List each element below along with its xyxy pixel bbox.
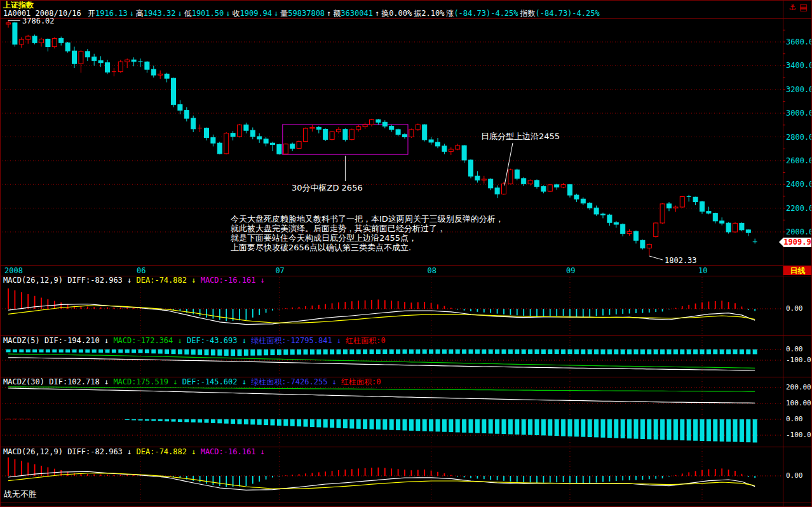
- indicator-axis-label: -100.0: [786, 431, 811, 439]
- main-gridlines: [3, 30, 785, 243]
- x-axis-label: 09: [566, 266, 575, 275]
- indicator-axis-label: 0.00: [786, 304, 803, 313]
- y-axis-label: 3400.0: [786, 61, 812, 70]
- y-axis-label: 2600.0: [786, 156, 812, 165]
- quote-field: 59837808: [288, 9, 325, 18]
- indicator-header[interactable]: MACDZ(5) DIF:-194.210 ↓ MACD:-172.364 ↓ …: [3, 337, 386, 345]
- high-price-annotation: 3786.02: [22, 17, 55, 26]
- indicator-line-DEA: [8, 473, 755, 489]
- indicator-axis-label: 0.00: [786, 345, 803, 353]
- divider: [1, 503, 812, 503]
- indicator-header-segment: DEF:-145.602 ↓: [182, 377, 251, 386]
- watermark: 战无不胜: [4, 489, 37, 499]
- y-axis-label: 2400.0: [786, 180, 812, 189]
- anchor-icon[interactable]: ⚓: [788, 2, 797, 12]
- trading-terminal-window: 上证指数 ⚓▤ 1A0001 2008/10/16 开1916.13↓高1943…: [0, 0, 812, 507]
- quote-field: ↓: [274, 9, 278, 18]
- indicator-header-segment: MACD(26,12,9) DIFF:-82.963 ↓: [3, 447, 137, 456]
- axis-divider: [783, 1, 783, 507]
- indicator-axis-label: 0.00: [786, 415, 803, 423]
- quote-field: 量: [280, 9, 288, 18]
- y-axis-label: 3600.0: [786, 37, 812, 46]
- quote-field: 收: [232, 9, 240, 18]
- y-axis-label: 2000.0: [786, 227, 812, 236]
- period-label: 日线: [783, 266, 812, 275]
- indicator-header-segment: MACDZ(5) DIF:-194.210 ↓: [3, 336, 113, 345]
- quote-field: 1901.50: [192, 9, 224, 18]
- quote-info-bar: 1A0001 2008/10/16 开1916.13↓高1943.32↓低190…: [3, 9, 602, 18]
- indicator-header-segment: DEA:-74.882 ↓: [137, 447, 201, 456]
- pivot-annotation: 30分中枢ZD 2656: [292, 183, 363, 193]
- quote-field: 涨: [446, 9, 454, 18]
- quote-field: (-84.73)-4.25%: [454, 9, 518, 18]
- quote-field: ↓: [177, 9, 182, 18]
- comment-line: 上面要尽快攻破2656点以确认第三类卖点不成立.: [231, 243, 504, 252]
- x-axis-label: 07: [275, 266, 284, 275]
- quote-field: ↓: [226, 9, 230, 18]
- indicator-histogram: [8, 288, 755, 321]
- comment-line: 今天大盘死皮赖脸地又教科书了一把，本ID这两周关于三级别反弹的分析，: [231, 214, 504, 224]
- x-axis-label: 10: [698, 266, 707, 275]
- x-axis-label: 2008: [4, 266, 23, 275]
- current-price-tag: 1909.9: [783, 238, 811, 247]
- indicator-header-segment: 绿柱面积:-12795.841 ↓: [251, 336, 346, 345]
- chart-canvas[interactable]: [1, 1, 812, 507]
- indicator-header-segment: DEA:-74.882 ↓: [137, 276, 201, 285]
- indicator-line-DIFF: [8, 471, 755, 490]
- indicator-histogram: [8, 457, 755, 487]
- indicator-axis-label: -100.0: [786, 356, 811, 364]
- quote-field: ↑: [327, 9, 331, 18]
- fractal-annotation: 日底分型上边沿2455: [481, 132, 560, 141]
- indicator-line-DEA: [8, 306, 755, 323]
- indicator-header-segment: DEF:-43.693 ↓: [187, 336, 251, 345]
- quote-field: 指数: [520, 9, 536, 18]
- comment-line: 就是下面要站住今天构成日底分型上边沿2455点，: [231, 233, 504, 243]
- indicator-line-DIFF: [8, 304, 755, 325]
- index-title: 上证指数: [3, 1, 34, 10]
- indicator-header[interactable]: MACDZ(30) DIF:102.718 ↓ MACD:175.519 ↓ D…: [3, 378, 381, 386]
- indicator-header[interactable]: MACD(26,12,9) DIFF:-82.963 ↓ DEA:-74.882…: [3, 448, 265, 456]
- indicator-line-MACD: [8, 387, 755, 391]
- y-axis-label: 3200.0: [786, 85, 812, 94]
- indicator-histogram: [6, 349, 757, 356]
- quote-field: ↑: [375, 9, 379, 18]
- indicator-histogram: [6, 419, 757, 443]
- quote-field: (-84.73)-4.25%: [536, 9, 600, 18]
- comment-line: 就此被大盘完美演绎。后面走势，其实前面已经分析过了，: [231, 224, 504, 233]
- low-price-annotation: 1802.33: [665, 256, 697, 266]
- indicator-header-segment: 红柱面积:0: [346, 336, 385, 345]
- quote-field: 1943.32: [144, 9, 176, 18]
- indicator-header-segment: MACD:175.519 ↓: [113, 377, 182, 386]
- indicator-axis-label: 100.00: [786, 399, 811, 407]
- quote-field: 1916.13: [95, 9, 128, 18]
- x-axis-label: 06: [137, 266, 145, 275]
- pivot-zone-box: [283, 125, 408, 154]
- indicator-header-segment: 绿柱面积:-7426.255 ↓: [251, 377, 341, 386]
- indicator-header-segment: MACD(26,12,9) DIFF:-82.963 ↓: [3, 276, 137, 285]
- indicator-line-DIF: [8, 358, 755, 370]
- quote-field: 开: [88, 9, 95, 18]
- quote-field: 额: [333, 9, 341, 18]
- quote-field: ↓: [130, 9, 134, 18]
- quote-field: 3630041: [341, 9, 373, 18]
- analysis-comment: 今天大盘死皮赖脸地又教科书了一把，本ID这两周关于三级别反弹的分析， 就此被大盘…: [231, 214, 504, 252]
- x-axis-label: 08: [428, 266, 436, 275]
- quote-field: 换0.00%: [381, 9, 412, 18]
- indicator-header-segment: MACD:-16.161 ↓: [201, 447, 265, 456]
- indicator-axis-label: 0.00: [786, 471, 803, 480]
- quote-field: 低: [184, 9, 192, 18]
- indicator-header-segment: MACDZ(30) DIF:102.718 ↓: [3, 377, 113, 386]
- indicator-line-MACD: [8, 354, 755, 368]
- layout-icon[interactable]: ▤: [799, 2, 808, 12]
- indicator-header-segment: 红柱面积:0: [341, 377, 381, 386]
- quote-field: 振2.10%: [414, 9, 444, 18]
- indicator-header-segment: MACD:-16.161 ↓: [201, 276, 265, 285]
- indicator-header[interactable]: MACD(26,12,9) DIFF:-82.963 ↓ DEA:-74.882…: [3, 276, 265, 285]
- indicator-header-segment: MACD:-172.364 ↓: [113, 336, 187, 345]
- divider: [1, 18, 812, 19]
- quote-field: 1909.94: [240, 9, 272, 18]
- indicator-axis-label: 200.00: [786, 383, 811, 391]
- quote-field: 高: [136, 9, 144, 18]
- y-axis-label: 2800.0: [786, 133, 812, 142]
- indicator-line-DIF: [8, 388, 755, 403]
